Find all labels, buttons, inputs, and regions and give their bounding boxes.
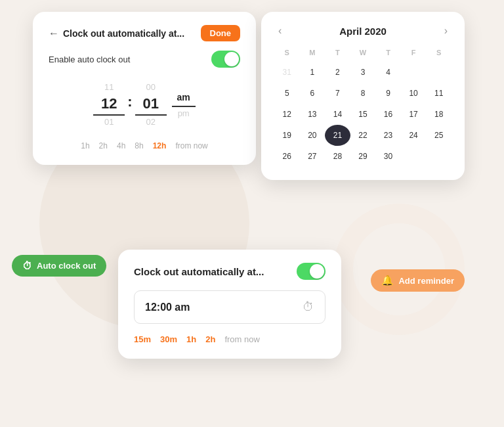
cal-day[interactable]: 23 [375,125,401,146]
minute-below: 02 [146,116,155,129]
time-display-text: 12:00 am [145,302,190,313]
cal-next-button[interactable]: › [440,24,452,38]
cal-day[interactable]: 1 [300,62,326,83]
chip-4h[interactable]: 4h [117,141,125,150]
quick-chips: 1h 2h 4h 8h 12h from now [49,141,240,150]
calendar-card: ‹ April 2020 › S M T W T F S 31123456789… [261,12,465,180]
ampm-col[interactable]: am pm [172,90,196,121]
cal-day[interactable]: 4 [375,62,401,83]
cal-header-fri: F [401,46,427,62]
header-left: ← Clock out automatically at... [49,28,184,39]
cal-day[interactable]: 13 [300,104,326,125]
chip-bottom-30m[interactable]: 30m [160,334,177,344]
cal-day[interactable]: 17 [401,104,427,125]
toggle-label: Enable auto clock out [49,55,130,64]
time-separator: : [127,93,132,117]
auto-clock-out-text: Auto clock out [37,261,96,271]
calendar-grid: S M T W T F S 31123456789101112131415161… [274,46,452,167]
chip-2h[interactable]: 2h [99,141,108,150]
ampm-main: am [172,90,196,107]
hour-below: 01 [104,116,114,129]
time-picker: 11 12 01 : 00 01 02 am pm [49,81,240,129]
cal-day[interactable]: 14 [325,104,350,125]
cal-day[interactable]: 12 [274,104,300,125]
cal-day[interactable]: 28 [325,146,350,167]
cal-day[interactable]: 9 [375,83,401,104]
cal-header-wed: W [350,46,376,62]
bottom-card: Clock out automatically at... 12:00 am ⏱… [118,250,341,359]
ampm-below: pm [178,107,190,121]
hour-main: 12 [93,95,125,116]
cal-day[interactable]: 31 [274,62,300,83]
cal-day[interactable]: 26 [274,146,300,167]
cal-day[interactable]: 7 [325,83,350,104]
cal-day[interactable]: 21 [325,125,350,146]
auto-clock-out-label: ⏱ Auto clock out [12,255,106,277]
cal-header-tue: T [325,46,350,62]
cal-day[interactable]: 22 [350,125,376,146]
bottom-card-header: Clock out automatically at... [134,263,326,280]
cal-header-thu: T [375,46,401,62]
minute-col[interactable]: 00 01 02 [135,81,167,129]
cal-header-mon: M [300,46,326,62]
clock-out-card: ← Clock out automatically at... Done Ena… [33,12,256,165]
cal-day[interactable]: 11 [426,83,452,104]
cal-day[interactable]: 15 [350,104,376,125]
time-display-box[interactable]: 12:00 am ⏱ [134,290,326,324]
auto-clock-out-toggle[interactable] [211,51,240,68]
bottom-card-title: Clock out automatically at... [134,266,264,277]
cal-day[interactable]: 6 [300,83,326,104]
card-clock-title: Clock out automatically at... [63,28,184,39]
cal-day [426,62,452,83]
cal-day[interactable]: 29 [350,146,376,167]
cal-day[interactable]: 2 [325,62,350,83]
cal-day[interactable]: 8 [350,83,376,104]
minute-above: 00 [146,81,155,95]
cal-day[interactable]: 3 [350,62,376,83]
clock-icon: ⏱ [303,300,314,314]
chip-bottom-15m[interactable]: 15m [134,334,151,344]
cal-day[interactable]: 18 [426,104,452,125]
chips-suffix: from now [175,141,207,150]
cal-day[interactable]: 27 [300,146,326,167]
cal-day[interactable]: 16 [375,104,401,125]
hour-above: 11 [104,81,114,95]
hour-col[interactable]: 11 12 01 [93,81,125,129]
add-reminder-icon: 🔔 [381,275,394,286]
cal-day[interactable]: 30 [375,146,401,167]
cal-day[interactable]: 20 [300,125,326,146]
bottom-toggle[interactable] [297,263,326,280]
calendar-header: ‹ April 2020 › [274,24,452,38]
minute-main: 01 [135,95,167,116]
done-button[interactable]: Done [201,25,241,41]
cal-day [401,62,427,83]
chip-bottom-2h[interactable]: 2h [205,334,215,344]
cal-header-sun: S [274,46,300,62]
chip-12h[interactable]: 12h [153,141,167,150]
cal-header-sat: S [426,46,452,62]
toggle-row: Enable auto clock out [49,51,240,68]
back-arrow-icon[interactable]: ← [49,28,59,39]
chip-1h[interactable]: 1h [81,141,89,150]
cal-day [426,146,452,167]
quick-chips-bottom: 15m 30m 1h 2h from now [134,334,326,344]
cal-prev-button[interactable]: ‹ [274,24,285,38]
cal-day[interactable]: 5 [274,83,300,104]
chip-8h[interactable]: 8h [135,141,143,150]
chips-bottom-suffix: from now [224,334,259,344]
add-reminder-text: Add reminder [398,276,454,286]
cal-day[interactable]: 24 [401,125,427,146]
chip-bottom-1h[interactable]: 1h [186,334,196,344]
cal-day[interactable]: 10 [401,83,427,104]
cal-day[interactable]: 25 [426,125,452,146]
add-reminder-label: 🔔 Add reminder [371,269,465,292]
card-clock-header: ← Clock out automatically at... Done [49,25,240,41]
auto-clock-out-icon: ⏱ [22,260,32,271]
cal-day [401,146,427,167]
cal-day[interactable]: 19 [274,125,300,146]
cal-month-year: April 2020 [339,26,387,37]
